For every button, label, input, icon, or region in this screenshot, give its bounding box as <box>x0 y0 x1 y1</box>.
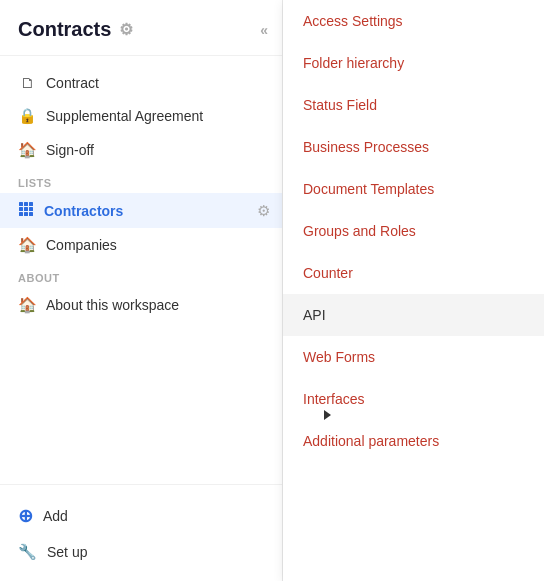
sidebar-item-companies[interactable]: 🏠 Companies <box>0 228 282 262</box>
dropdown-item-business-processes[interactable]: Business Processes <box>283 126 544 168</box>
sidebar-item-about-workspace[interactable]: 🏠 About this workspace <box>0 288 282 322</box>
dropdown-label-access-settings: Access Settings <box>303 13 403 29</box>
dropdown-label-groups-and-roles: Groups and Roles <box>303 223 416 239</box>
sidebar-item-contractors[interactable]: Contractors ⚙ <box>0 193 282 228</box>
svg-rect-3 <box>19 207 23 211</box>
sidebar-footer: ⊕ Add 🔧 Set up <box>0 484 282 581</box>
dropdown-label-counter: Counter <box>303 265 353 281</box>
title-gear-icon[interactable]: ⚙ <box>119 20 133 39</box>
sidebar-title: Contracts ⚙ <box>18 18 133 41</box>
dropdown-item-groups-and-roles[interactable]: Groups and Roles <box>283 210 544 252</box>
svg-rect-5 <box>29 207 33 211</box>
settings-dropdown: Access SettingsFolder hierarchyStatus Fi… <box>283 0 544 581</box>
svg-rect-8 <box>29 212 33 216</box>
setup-label: Set up <box>47 544 87 560</box>
dropdown-item-web-forms[interactable]: Web Forms <box>283 336 544 378</box>
sidebar-item-signoff[interactable]: 🏠 Sign-off <box>0 133 282 167</box>
dropdown-item-interfaces[interactable]: Interfaces <box>283 378 544 420</box>
sidebar-item-supplemental[interactable]: 🔒 Supplemental Agreement <box>0 99 282 133</box>
supplemental-icon: 🔒 <box>18 107 36 125</box>
contractors-left: Contractors <box>18 201 123 220</box>
dropdown-label-web-forms: Web Forms <box>303 349 375 365</box>
dropdown-label-folder-hierarchy: Folder hierarchy <box>303 55 404 71</box>
dropdown-label-business-processes: Business Processes <box>303 139 429 155</box>
add-button[interactable]: ⊕ Add <box>0 497 282 535</box>
lists-section-label: LISTS <box>0 167 282 193</box>
svg-rect-4 <box>24 207 28 211</box>
setup-button[interactable]: 🔧 Set up <box>0 535 282 569</box>
setup-icon: 🔧 <box>18 543 37 561</box>
dropdown-label-document-templates: Document Templates <box>303 181 434 197</box>
dropdown-item-additional-parameters[interactable]: Additional parameters <box>283 420 544 462</box>
about-section-label: ABOUT <box>0 262 282 288</box>
dropdown-label-additional-parameters: Additional parameters <box>303 433 439 449</box>
sidebar-navigation: 🗋 Contract 🔒 Supplemental Agreement 🏠 Si… <box>0 56 282 484</box>
dropdown-item-folder-hierarchy[interactable]: Folder hierarchy <box>283 42 544 84</box>
dropdown-label-api: API <box>303 307 326 323</box>
svg-rect-2 <box>29 202 33 206</box>
svg-rect-0 <box>19 202 23 206</box>
dropdown-item-document-templates[interactable]: Document Templates <box>283 168 544 210</box>
contract-label: Contract <box>46 75 99 91</box>
dropdown-item-api[interactable]: API <box>283 294 544 336</box>
dropdown-item-access-settings[interactable]: Access Settings <box>283 0 544 42</box>
dropdown-label-interfaces: Interfaces <box>303 391 364 407</box>
collapse-button[interactable]: « <box>260 22 268 38</box>
supplemental-label: Supplemental Agreement <box>46 108 203 124</box>
svg-rect-1 <box>24 202 28 206</box>
about-workspace-icon: 🏠 <box>18 296 36 314</box>
contractors-icon <box>18 201 34 220</box>
title-text: Contracts <box>18 18 111 41</box>
signoff-label: Sign-off <box>46 142 94 158</box>
sidebar-header: Contracts ⚙ « <box>0 0 282 56</box>
contractors-settings-icon[interactable]: ⚙ <box>257 202 270 220</box>
dropdown-label-status-field: Status Field <box>303 97 377 113</box>
svg-rect-6 <box>19 212 23 216</box>
sidebar: Contracts ⚙ « 🗋 Contract 🔒 Supplemental … <box>0 0 283 581</box>
contractors-label: Contractors <box>44 203 123 219</box>
svg-rect-7 <box>24 212 28 216</box>
signoff-icon: 🏠 <box>18 141 36 159</box>
add-label: Add <box>43 508 68 524</box>
about-workspace-label: About this workspace <box>46 297 179 313</box>
sidebar-item-contract[interactable]: 🗋 Contract <box>0 66 282 99</box>
add-icon: ⊕ <box>18 505 33 527</box>
companies-icon: 🏠 <box>18 236 36 254</box>
companies-label: Companies <box>46 237 117 253</box>
dropdown-item-status-field[interactable]: Status Field <box>283 84 544 126</box>
contract-icon: 🗋 <box>18 74 36 91</box>
dropdown-item-counter[interactable]: Counter <box>283 252 544 294</box>
